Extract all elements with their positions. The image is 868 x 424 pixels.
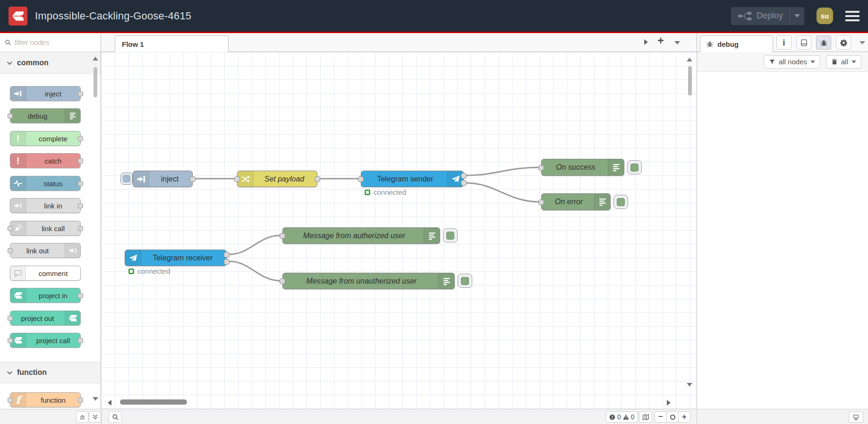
open-debug-window-button[interactable]	[849, 411, 863, 423]
palette-category-function[interactable]: function	[0, 362, 101, 383]
zoom-out-button[interactable]	[655, 411, 667, 423]
node-label: catch	[26, 154, 80, 168]
search-icon	[5, 39, 11, 46]
sidebar-menu-caret[interactable]	[859, 41, 865, 44]
tab-debug[interactable]: debug	[700, 35, 773, 52]
node-output-port-1[interactable]	[224, 252, 230, 258]
palette-node-inject[interactable]: inject	[10, 86, 81, 101]
debug-clear-button[interactable]: all	[826, 55, 861, 69]
flow-node-message-unauthorized[interactable]: Message from unautherized user	[282, 273, 455, 289]
canvas-vertical-scrollbar-thumb[interactable]	[688, 66, 692, 95]
canvas-scroll-left-icon[interactable]	[108, 400, 111, 406]
palette-search-input[interactable]	[15, 38, 96, 46]
palette-node-link-out[interactable]: link out	[10, 243, 81, 258]
error-warning-counts[interactable]: 0 0	[606, 411, 638, 423]
funnel-icon	[769, 59, 775, 65]
palette-node-project-in[interactable]: project in	[10, 288, 81, 303]
flow-node-message-authorized[interactable]: Message from autherized user	[282, 227, 440, 244]
node-input-port[interactable]	[234, 176, 240, 182]
node-input-port[interactable]	[280, 278, 285, 284]
palette-search[interactable]	[0, 33, 101, 52]
node-output-port-1[interactable]	[461, 173, 467, 179]
palette-collapse-all-button[interactable]	[76, 411, 88, 423]
palette-node-link-in[interactable]: link in	[10, 198, 81, 213]
warning-count: 0	[631, 413, 635, 421]
palette-scroll-down-icon[interactable]	[93, 397, 98, 401]
node-input-port[interactable]	[538, 199, 544, 205]
palette-node-status[interactable]: status	[10, 176, 81, 191]
node-label: inject	[150, 171, 189, 187]
inject-trigger-button[interactable]	[120, 173, 133, 185]
node-output-port-2[interactable]	[461, 180, 467, 186]
palette-node-debug[interactable]: debug	[10, 108, 81, 123]
flow-menu-caret[interactable]	[674, 41, 680, 44]
flow-node-set-payload[interactable]: Set payload	[237, 171, 317, 187]
chevron-down-icon	[851, 61, 856, 63]
debug-toggle-button[interactable]	[613, 195, 628, 209]
node-label: link out	[10, 243, 65, 258]
chevron-down-icon	[810, 61, 815, 63]
inject-arrow-icon	[10, 87, 26, 101]
debug-toggle-button[interactable]	[458, 274, 472, 288]
node-output-port[interactable]	[190, 176, 196, 182]
add-flow-button[interactable]	[657, 34, 664, 47]
palette-node-comment[interactable]: comment	[10, 266, 81, 281]
flow-canvas[interactable]: inject Set payload Telegram sender	[101, 52, 697, 409]
help-tab-button[interactable]	[796, 35, 811, 50]
node-output-port[interactable]	[315, 176, 320, 182]
palette-node-catch[interactable]: catch	[10, 153, 81, 168]
canvas-scroll-right-icon[interactable]	[667, 400, 671, 406]
flow-node-on-success[interactable]: On success	[541, 159, 624, 176]
palette-scrollbar-thumb[interactable]	[94, 67, 97, 97]
node-label: Message from unautherized user	[286, 273, 437, 289]
deploy-options-caret[interactable]	[790, 7, 804, 25]
flow-node-on-error[interactable]: On error	[541, 193, 611, 210]
flow-node-telegram-sender[interactable]: Telegram sender	[361, 171, 464, 187]
tab-flow-1[interactable]: Flow 1	[115, 35, 229, 52]
node-input-port[interactable]	[358, 176, 364, 182]
zoom-in-button[interactable]	[678, 411, 690, 423]
flow-node-inject[interactable]: inject	[133, 171, 193, 187]
palette-node-link-call[interactable]: link call	[10, 221, 81, 236]
node-input-port	[8, 398, 13, 403]
search-icon	[112, 414, 119, 421]
tab-list-icon[interactable]	[644, 39, 648, 45]
info-icon	[783, 37, 785, 48]
debug-toggle-button[interactable]	[627, 160, 642, 174]
palette-expand-all-button[interactable]	[89, 411, 101, 423]
palette-node-complete[interactable]: complete	[10, 131, 81, 146]
flow-node-telegram-receiver[interactable]: Telegram receiver	[125, 250, 227, 266]
node-label: comment	[26, 266, 80, 280]
debug-toggle-button[interactable]	[443, 228, 458, 242]
node-input-port[interactable]	[280, 233, 285, 239]
deploy-button[interactable]: Deploy	[731, 7, 804, 25]
divider	[101, 409, 102, 424]
canvas-horizontal-scrollbar-thumb[interactable]	[120, 399, 187, 405]
debug-messages-area[interactable]	[697, 72, 868, 409]
node-label: inject	[26, 87, 80, 101]
canvas-scroll-up-icon[interactable]	[687, 58, 692, 61]
node-output-port	[78, 226, 83, 231]
link-icon	[65, 243, 80, 258]
zoom-reset-button[interactable]	[666, 411, 679, 423]
node-input-port[interactable]	[538, 165, 544, 171]
node-output-port-2[interactable]	[224, 259, 230, 265]
debug-filter-button[interactable]: all nodes	[764, 55, 820, 69]
palette-node-project-call[interactable]: project call	[10, 333, 81, 348]
palette-category-common[interactable]: common	[0, 52, 101, 74]
palette-scroll-up-icon[interactable]	[93, 57, 98, 61]
navigator-map-button[interactable]	[639, 411, 652, 423]
canvas-search-button[interactable]	[109, 411, 122, 423]
main-menu-icon[interactable]	[845, 11, 859, 21]
user-avatar[interactable]: su	[817, 8, 833, 24]
debug-tab-button[interactable]	[816, 35, 831, 50]
canvas-scroll-down-icon[interactable]	[687, 383, 692, 387]
error-circle-icon	[609, 414, 615, 420]
palette-node-function[interactable]: function	[10, 392, 81, 407]
config-tab-button[interactable]	[836, 35, 851, 50]
palette-node-project-out[interactable]: project out	[10, 311, 81, 326]
status-text: connected	[137, 267, 170, 275]
info-tab-button[interactable]	[776, 35, 791, 50]
category-label: common	[17, 59, 49, 67]
node-input-port	[8, 113, 13, 119]
